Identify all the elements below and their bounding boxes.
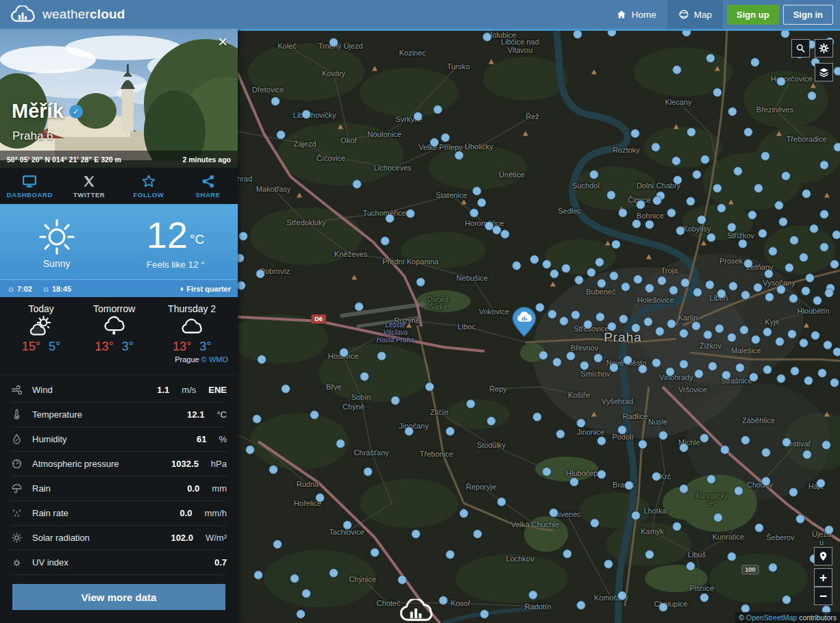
station-marker[interactable] <box>632 511 641 520</box>
station-marker[interactable] <box>680 444 689 453</box>
station-marker[interactable] <box>708 362 717 371</box>
station-marker[interactable] <box>833 348 840 357</box>
station-marker[interactable] <box>722 371 731 380</box>
station-marker[interactable] <box>577 419 586 428</box>
station-marker[interactable] <box>302 110 311 119</box>
station-marker[interactable] <box>596 313 605 322</box>
station-marker[interactable] <box>652 472 661 481</box>
station-marker[interactable] <box>740 326 749 335</box>
station-marker[interactable] <box>813 296 822 305</box>
station-marker[interactable] <box>625 481 634 490</box>
station-marker[interactable] <box>658 277 667 285</box>
station-marker[interactable] <box>802 190 811 199</box>
station-marker[interactable] <box>777 77 786 86</box>
station-marker[interactable] <box>539 351 548 360</box>
station-marker[interactable] <box>762 448 771 457</box>
tab-twitter[interactable]: TWITTER <box>60 168 119 204</box>
station-marker[interactable] <box>364 468 373 476</box>
station-marker[interactable] <box>594 354 603 363</box>
station-marker[interactable] <box>700 594 709 602</box>
station-marker[interactable] <box>398 576 407 585</box>
station-marker[interactable] <box>501 230 510 239</box>
station-marker[interactable] <box>584 320 593 329</box>
station-marker[interactable] <box>739 240 748 249</box>
station-marker[interactable] <box>595 258 604 267</box>
station-marker[interactable] <box>818 369 827 378</box>
measurement-row[interactable]: Wind1.1m/sENE <box>11 378 227 403</box>
station-marker[interactable] <box>728 333 737 342</box>
station-marker[interactable] <box>791 367 800 376</box>
station-marker[interactable] <box>667 320 676 329</box>
station-marker[interactable] <box>246 446 255 455</box>
station-marker[interactable] <box>674 176 682 185</box>
station-marker[interactable] <box>796 515 805 524</box>
station-marker[interactable] <box>571 311 580 320</box>
station-marker[interactable] <box>754 184 763 193</box>
station-marker[interactable] <box>256 270 265 279</box>
station-marker[interactable] <box>632 220 641 229</box>
station-marker[interactable] <box>669 286 678 295</box>
station-marker[interactable] <box>714 513 723 522</box>
station-marker[interactable] <box>763 328 772 337</box>
station-marker[interactable] <box>570 478 579 487</box>
station-marker[interactable] <box>659 603 668 612</box>
station-marker[interactable] <box>755 524 764 533</box>
station-marker[interactable] <box>769 247 778 256</box>
station-marker[interactable] <box>343 521 352 530</box>
station-marker[interactable] <box>761 152 770 161</box>
station-marker[interactable] <box>687 562 695 571</box>
station-marker[interactable] <box>645 550 654 559</box>
station-marker[interactable] <box>254 571 263 580</box>
locate-me-button[interactable] <box>814 547 832 565</box>
station-marker[interactable] <box>680 360 689 369</box>
station-marker[interactable] <box>487 417 496 426</box>
station-marker[interactable] <box>734 487 743 496</box>
station-marker[interactable] <box>693 288 702 297</box>
station-marker[interactable] <box>556 430 565 439</box>
station-marker[interactable] <box>473 530 482 539</box>
station-marker[interactable] <box>763 366 772 374</box>
station-marker[interactable] <box>529 591 538 600</box>
station-marker[interactable] <box>754 283 763 292</box>
station-marker[interactable] <box>744 128 753 137</box>
station-marker[interactable] <box>634 275 643 284</box>
station-marker[interactable] <box>652 359 661 368</box>
station-marker[interactable] <box>587 268 596 277</box>
station-marker[interactable] <box>789 294 798 303</box>
station-marker[interactable] <box>734 167 743 176</box>
station-marker[interactable] <box>652 143 660 152</box>
station-marker[interactable] <box>736 364 745 372</box>
zoom-out-button[interactable]: − <box>814 587 832 605</box>
station-marker[interactable] <box>728 552 737 561</box>
station-marker[interactable] <box>706 54 715 63</box>
station-marker[interactable] <box>800 339 808 348</box>
station-marker[interactable] <box>381 237 390 246</box>
station-marker[interactable] <box>269 466 278 474</box>
map-settings-button[interactable] <box>815 39 833 58</box>
station-marker[interactable] <box>302 589 311 598</box>
station-marker[interactable] <box>590 170 599 179</box>
station-marker[interactable] <box>762 477 771 486</box>
station-marker[interactable] <box>832 231 840 240</box>
station-marker[interactable] <box>728 107 737 116</box>
station-marker[interactable] <box>781 29 790 38</box>
station-marker[interactable] <box>704 331 713 340</box>
station-marker[interactable] <box>417 278 425 287</box>
station-marker[interactable] <box>632 324 641 333</box>
station-marker[interactable] <box>607 191 616 200</box>
station-marker[interactable] <box>830 260 839 269</box>
station-marker[interactable] <box>330 569 338 578</box>
station-marker[interactable] <box>748 211 757 220</box>
station-marker[interactable] <box>258 355 267 364</box>
station-marker[interactable] <box>543 260 552 269</box>
station-marker[interactable] <box>676 227 685 236</box>
station-marker[interactable] <box>623 356 632 365</box>
station-marker[interactable] <box>687 128 696 137</box>
station-marker[interactable] <box>330 38 338 47</box>
measurement-row[interactable]: Humidity61% <box>11 427 227 452</box>
station-marker[interactable] <box>530 255 539 264</box>
close-panel-button[interactable]: × <box>213 33 232 52</box>
map-search-button[interactable] <box>791 39 810 58</box>
station-marker[interactable] <box>497 498 506 507</box>
station-marker[interactable] <box>316 494 325 503</box>
